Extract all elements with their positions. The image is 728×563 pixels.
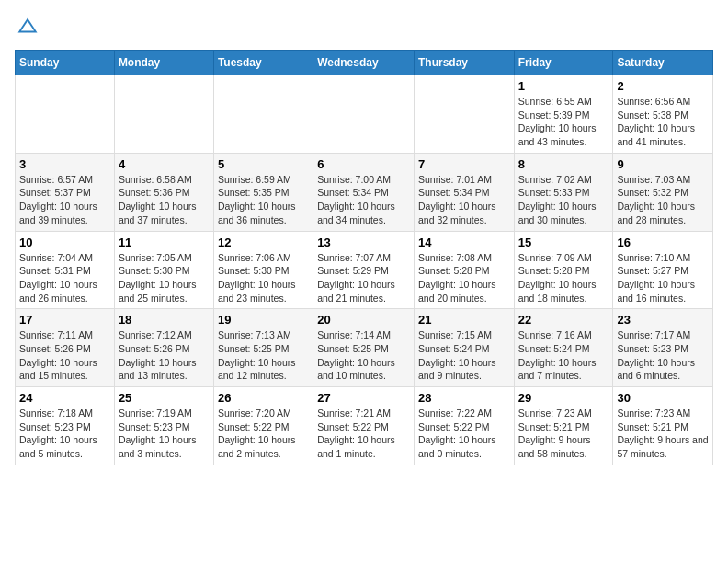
- day-info: Sunrise: 7:05 AMSunset: 5:30 PMDaylight:…: [119, 252, 197, 304]
- calendar-cell: 23 Sunrise: 7:17 AMSunset: 5:23 PMDaylig…: [613, 309, 713, 387]
- day-info: Sunrise: 7:02 AMSunset: 5:33 PMDaylight:…: [518, 174, 597, 225]
- calendar-cell: 27 Sunrise: 7:21 AMSunset: 5:22 PMDaylig…: [313, 387, 415, 465]
- calendar-cell: 11 Sunrise: 7:05 AMSunset: 5:30 PMDaylig…: [114, 231, 213, 309]
- calendar-cell: [213, 75, 313, 154]
- day-number: 13: [317, 236, 410, 249]
- day-header-wednesday: Wednesday: [313, 51, 415, 75]
- calendar-cell: 28 Sunrise: 7:22 AMSunset: 5:22 PMDaylig…: [414, 387, 514, 465]
- day-number: 10: [19, 236, 110, 249]
- day-number: 19: [218, 313, 309, 327]
- day-number: 3: [19, 157, 110, 171]
- calendar-cell: 8 Sunrise: 7:02 AMSunset: 5:33 PMDayligh…: [514, 153, 613, 231]
- calendar-cell: 15 Sunrise: 7:09 AMSunset: 5:28 PMDaylig…: [514, 231, 613, 309]
- calendar-cell: 13 Sunrise: 7:07 AMSunset: 5:29 PMDaylig…: [313, 231, 415, 309]
- day-info: Sunrise: 7:13 AMSunset: 5:25 PMDaylight:…: [218, 329, 296, 381]
- day-info: Sunrise: 6:57 AMSunset: 5:37 PMDaylight:…: [19, 174, 97, 225]
- calendar-cell: 30 Sunrise: 7:23 AMSunset: 5:21 PMDaylig…: [613, 387, 713, 465]
- calendar-cell: 21 Sunrise: 7:15 AMSunset: 5:24 PMDaylig…: [414, 309, 514, 387]
- day-info: Sunrise: 7:18 AMSunset: 5:23 PMDaylight:…: [19, 408, 97, 459]
- day-number: 9: [617, 157, 709, 171]
- day-info: Sunrise: 7:23 AMSunset: 5:21 PMDaylight:…: [518, 408, 592, 459]
- calendar-cell: 16 Sunrise: 7:10 AMSunset: 5:27 PMDaylig…: [613, 231, 713, 309]
- day-number: 26: [218, 391, 309, 405]
- day-number: 2: [617, 79, 709, 93]
- calendar-week-row: 3 Sunrise: 6:57 AMSunset: 5:37 PMDayligh…: [16, 153, 713, 231]
- day-info: Sunrise: 7:16 AMSunset: 5:24 PMDaylight:…: [518, 329, 597, 381]
- day-info: Sunrise: 7:11 AMSunset: 5:26 PMDaylight:…: [19, 329, 97, 381]
- calendar-cell: 29 Sunrise: 7:23 AMSunset: 5:21 PMDaylig…: [514, 387, 613, 465]
- page-header: [15, 15, 713, 40]
- day-info: Sunrise: 7:06 AMSunset: 5:30 PMDaylight:…: [218, 252, 296, 304]
- calendar-cell: 6 Sunrise: 7:00 AMSunset: 5:34 PMDayligh…: [313, 153, 415, 231]
- day-number: 6: [317, 157, 410, 171]
- day-info: Sunrise: 7:23 AMSunset: 5:21 PMDaylight:…: [617, 408, 708, 459]
- day-info: Sunrise: 7:22 AMSunset: 5:22 PMDaylight:…: [418, 408, 496, 459]
- calendar-cell: 4 Sunrise: 6:58 AMSunset: 5:36 PMDayligh…: [114, 153, 213, 231]
- day-number: 18: [119, 313, 210, 327]
- day-info: Sunrise: 7:00 AMSunset: 5:34 PMDaylight:…: [317, 174, 395, 225]
- calendar-cell: 24 Sunrise: 7:18 AMSunset: 5:23 PMDaylig…: [16, 387, 115, 465]
- day-header-saturday: Saturday: [613, 51, 713, 75]
- calendar-header-row: SundayMondayTuesdayWednesdayThursdayFrid…: [16, 51, 713, 75]
- day-number: 17: [19, 313, 110, 327]
- calendar-cell: 25 Sunrise: 7:19 AMSunset: 5:23 PMDaylig…: [114, 387, 213, 465]
- day-number: 11: [119, 236, 210, 249]
- day-number: 24: [19, 391, 110, 405]
- calendar-cell: 22 Sunrise: 7:16 AMSunset: 5:24 PMDaylig…: [514, 309, 613, 387]
- day-info: Sunrise: 7:21 AMSunset: 5:22 PMDaylight:…: [317, 408, 395, 459]
- calendar-cell: 5 Sunrise: 6:59 AMSunset: 5:35 PMDayligh…: [213, 153, 313, 231]
- calendar-week-row: 17 Sunrise: 7:11 AMSunset: 5:26 PMDaylig…: [16, 309, 713, 387]
- day-info: Sunrise: 7:12 AMSunset: 5:26 PMDaylight:…: [119, 329, 197, 381]
- day-number: 14: [418, 236, 510, 249]
- day-info: Sunrise: 7:09 AMSunset: 5:28 PMDaylight:…: [518, 252, 597, 304]
- calendar-cell: 19 Sunrise: 7:13 AMSunset: 5:25 PMDaylig…: [213, 309, 313, 387]
- day-number: 7: [418, 157, 510, 171]
- day-info: Sunrise: 7:08 AMSunset: 5:28 PMDaylight:…: [418, 252, 496, 304]
- calendar-cell: 9 Sunrise: 7:03 AMSunset: 5:32 PMDayligh…: [613, 153, 713, 231]
- day-number: 20: [317, 313, 410, 327]
- day-header-monday: Monday: [114, 51, 213, 75]
- day-info: Sunrise: 7:04 AMSunset: 5:31 PMDaylight:…: [19, 252, 97, 304]
- day-number: 22: [518, 313, 609, 327]
- day-number: 25: [119, 391, 210, 405]
- calendar-cell: 18 Sunrise: 7:12 AMSunset: 5:26 PMDaylig…: [114, 309, 213, 387]
- calendar-cell: 17 Sunrise: 7:11 AMSunset: 5:26 PMDaylig…: [16, 309, 115, 387]
- day-number: 15: [518, 236, 609, 249]
- calendar-week-row: 24 Sunrise: 7:18 AMSunset: 5:23 PMDaylig…: [16, 387, 713, 465]
- day-number: 8: [518, 157, 609, 171]
- day-header-tuesday: Tuesday: [213, 51, 313, 75]
- calendar-cell: 26 Sunrise: 7:20 AMSunset: 5:22 PMDaylig…: [213, 387, 313, 465]
- day-number: 21: [418, 313, 510, 327]
- day-info: Sunrise: 7:01 AMSunset: 5:34 PMDaylight:…: [418, 174, 496, 225]
- day-info: Sunrise: 6:55 AMSunset: 5:39 PMDaylight:…: [518, 96, 597, 147]
- calendar-cell: [414, 75, 514, 154]
- day-number: 12: [218, 236, 309, 249]
- day-info: Sunrise: 6:59 AMSunset: 5:35 PMDaylight:…: [218, 174, 296, 225]
- day-info: Sunrise: 7:19 AMSunset: 5:23 PMDaylight:…: [119, 408, 197, 459]
- calendar-cell: 10 Sunrise: 7:04 AMSunset: 5:31 PMDaylig…: [16, 231, 115, 309]
- day-info: Sunrise: 7:03 AMSunset: 5:32 PMDaylight:…: [617, 174, 695, 225]
- calendar-cell: 7 Sunrise: 7:01 AMSunset: 5:34 PMDayligh…: [414, 153, 514, 231]
- calendar-cell: [114, 75, 213, 154]
- day-number: 1: [518, 79, 609, 93]
- day-number: 27: [317, 391, 410, 405]
- day-number: 5: [218, 157, 309, 171]
- day-number: 4: [119, 157, 210, 171]
- day-header-friday: Friday: [514, 51, 613, 75]
- day-number: 16: [617, 236, 709, 249]
- day-number: 30: [617, 391, 709, 405]
- day-info: Sunrise: 6:58 AMSunset: 5:36 PMDaylight:…: [119, 174, 197, 225]
- calendar-table: SundayMondayTuesdayWednesdayThursdayFrid…: [15, 50, 713, 465]
- calendar-cell: 14 Sunrise: 7:08 AMSunset: 5:28 PMDaylig…: [414, 231, 514, 309]
- day-info: Sunrise: 7:20 AMSunset: 5:22 PMDaylight:…: [218, 408, 296, 459]
- calendar-cell: 12 Sunrise: 7:06 AMSunset: 5:30 PMDaylig…: [213, 231, 313, 309]
- calendar-cell: 3 Sunrise: 6:57 AMSunset: 5:37 PMDayligh…: [16, 153, 115, 231]
- calendar-week-row: 10 Sunrise: 7:04 AMSunset: 5:31 PMDaylig…: [16, 231, 713, 309]
- day-header-thursday: Thursday: [414, 51, 514, 75]
- day-info: Sunrise: 7:07 AMSunset: 5:29 PMDaylight:…: [317, 252, 395, 304]
- logo-icon: [15, 15, 40, 40]
- day-info: Sunrise: 6:56 AMSunset: 5:38 PMDaylight:…: [617, 96, 695, 147]
- calendar-cell: 2 Sunrise: 6:56 AMSunset: 5:38 PMDayligh…: [613, 75, 713, 154]
- day-info: Sunrise: 7:15 AMSunset: 5:24 PMDaylight:…: [418, 329, 496, 381]
- day-info: Sunrise: 7:17 AMSunset: 5:23 PMDaylight:…: [617, 329, 695, 381]
